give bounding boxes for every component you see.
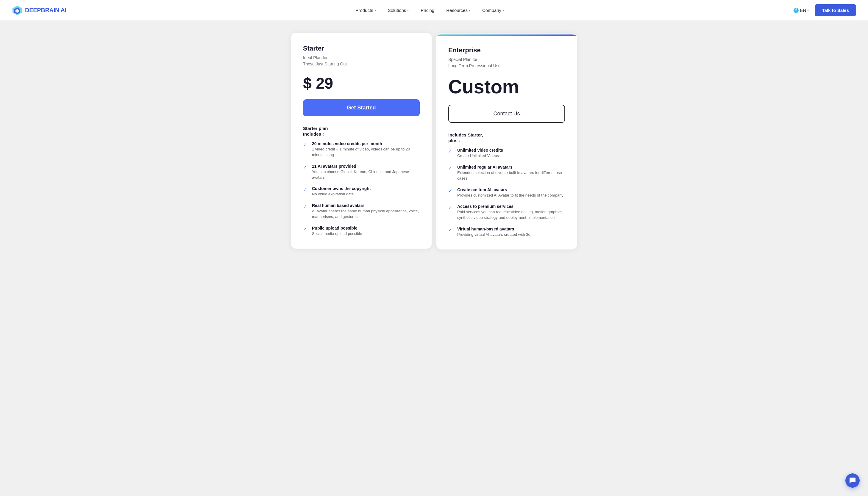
logo-icon bbox=[12, 5, 23, 16]
talk-to-sales-button[interactable]: Talk to Sales bbox=[815, 4, 856, 16]
check-icon: ✓ bbox=[448, 205, 454, 210]
list-item: ✓ Customer owns the copyright No video e… bbox=[303, 186, 420, 197]
page-content: Starter Ideal Plan for Those Just Starti… bbox=[0, 21, 868, 496]
check-icon: ✓ bbox=[448, 149, 454, 154]
starter-includes-sub: Includes : bbox=[303, 131, 420, 137]
logo[interactable]: DEEPBRAIN AI bbox=[12, 5, 66, 16]
chat-icon bbox=[849, 477, 856, 484]
navbar: DEEPBRAIN AI Products ▾ Solutions ▾ Pric… bbox=[0, 0, 868, 21]
chevron-down-icon: ▾ bbox=[807, 9, 809, 12]
get-started-button[interactable]: Get Started bbox=[303, 99, 420, 116]
nav-item-products[interactable]: Products ▾ bbox=[355, 8, 376, 13]
check-icon: ✓ bbox=[303, 204, 309, 210]
starter-plan-card: Starter Ideal Plan for Those Just Starti… bbox=[291, 33, 432, 249]
starter-features-list: ✓ 20 minutes video credits per month 1 v… bbox=[303, 141, 420, 237]
enterprise-plan-desc: Special Plan for Long Term Professional … bbox=[448, 57, 565, 69]
starter-plan-name: Starter bbox=[303, 45, 420, 52]
list-item: ✓ Access to premium services Paid servic… bbox=[448, 204, 565, 221]
check-icon: ✓ bbox=[303, 142, 309, 148]
nav-item-pricing[interactable]: Pricing bbox=[421, 8, 434, 13]
list-item: ✓ Public upload possible Social media up… bbox=[303, 226, 420, 237]
chevron-down-icon: ▾ bbox=[469, 9, 470, 12]
check-icon: ✓ bbox=[448, 188, 454, 193]
list-item: ✓ Real human based avatars AI avatar sha… bbox=[303, 203, 420, 220]
list-item: ✓ 11 AI avatars provided You can choose … bbox=[303, 164, 420, 181]
logo-text: DEEPBRAIN AI bbox=[25, 7, 66, 14]
enterprise-plan-price: Custom bbox=[448, 77, 565, 96]
check-icon: ✓ bbox=[303, 165, 309, 170]
nav-item-company[interactable]: Company ▾ bbox=[482, 8, 504, 13]
enterprise-features-list: ✓ Unlimited video credits Create Unlimit… bbox=[448, 148, 565, 237]
starter-plan-price: $ 29 bbox=[303, 76, 420, 91]
starter-plan-desc: Ideal Plan for Those Just Starting Out bbox=[303, 55, 420, 67]
list-item: ✓ Unlimited video credits Create Unlimit… bbox=[448, 148, 565, 159]
enterprise-plan-card: Enterprise Special Plan for Long Term Pr… bbox=[436, 33, 577, 249]
chevron-down-icon: ▾ bbox=[407, 9, 409, 12]
list-item: ✓ Virtual human-based avatars Providing … bbox=[448, 227, 565, 237]
navbar-right: 🌐 EN ▾ Talk to Sales bbox=[793, 4, 856, 16]
pricing-cards: Starter Ideal Plan for Those Just Starti… bbox=[291, 33, 577, 484]
check-icon: ✓ bbox=[303, 187, 309, 192]
chevron-down-icon: ▾ bbox=[374, 9, 376, 12]
nav-item-solutions[interactable]: Solutions ▾ bbox=[388, 8, 409, 13]
check-icon: ✓ bbox=[448, 165, 454, 171]
nav-item-resources[interactable]: Resources ▾ bbox=[446, 8, 470, 13]
check-icon: ✓ bbox=[448, 227, 454, 233]
enterprise-includes-sub: plus : bbox=[448, 138, 565, 143]
list-item: ✓ 20 minutes video credits per month 1 v… bbox=[303, 141, 420, 158]
language-selector[interactable]: 🌐 EN ▾ bbox=[793, 8, 809, 13]
enterprise-includes-title: Includes Starter, bbox=[448, 132, 565, 137]
contact-us-button[interactable]: Contact Us bbox=[448, 105, 565, 123]
enterprise-plan-name: Enterprise bbox=[448, 46, 565, 54]
navbar-nav: Products ▾ Solutions ▾ Pricing Resources… bbox=[355, 8, 504, 13]
list-item: ✓ Create custom AI avatars Provides cust… bbox=[448, 187, 565, 198]
list-item: ✓ Unlimited regular AI avatars Extended … bbox=[448, 165, 565, 181]
chevron-down-icon: ▾ bbox=[503, 9, 504, 12]
chat-support-button[interactable] bbox=[845, 474, 860, 488]
starter-includes-title: Starter plan bbox=[303, 126, 420, 131]
globe-icon: 🌐 bbox=[793, 8, 799, 13]
check-icon: ✓ bbox=[303, 226, 309, 232]
